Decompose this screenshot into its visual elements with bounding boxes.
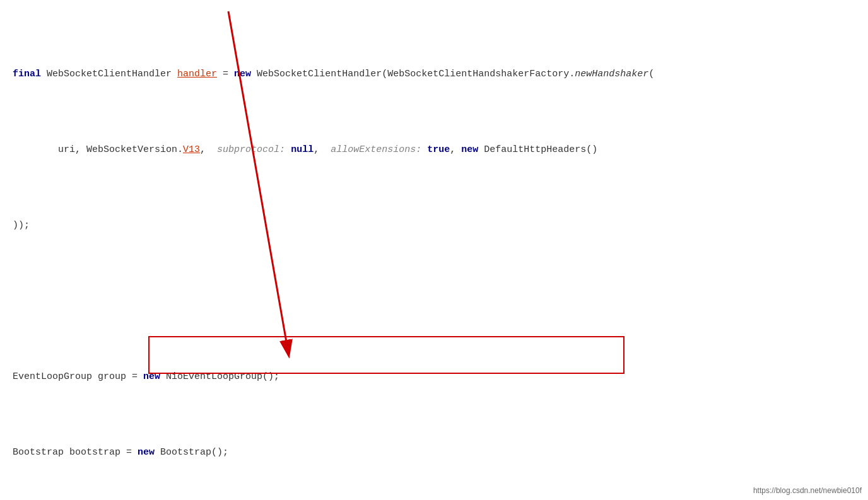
code-line-blank1: [13, 294, 855, 309]
code-block: final WebSocketClientHandler handler = n…: [0, 0, 868, 500]
watermark: https://blog.csdn.net/newbie010f: [753, 485, 862, 497]
code-line-2: uri, WebSocketVersion.V13, subprotocol: …: [13, 142, 855, 158]
code-line-1: final WebSocketClientHandler handler = n…: [13, 67, 855, 82]
code-line-3: ));: [13, 218, 855, 233]
code-line-4: EventLoopGroup group = new NioEventLoopG…: [13, 369, 855, 385]
code-line-5: Bootstrap bootstrap = new Bootstrap();: [13, 445, 855, 460]
